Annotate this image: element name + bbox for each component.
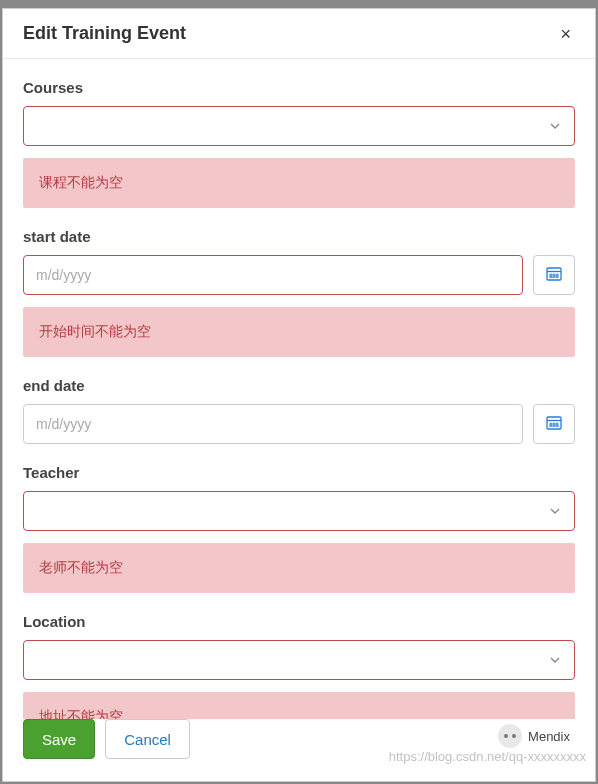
start-date-input[interactable] bbox=[23, 255, 523, 295]
start-date-calendar-button[interactable] bbox=[533, 255, 575, 295]
location-error: 地址不能为空 bbox=[23, 692, 575, 719]
field-location: Location 地址不能为空 bbox=[23, 613, 575, 719]
teacher-select[interactable] bbox=[23, 491, 575, 531]
field-teacher: Teacher 老师不能为空 bbox=[23, 464, 575, 593]
modal-footer: Save Cancel bbox=[3, 719, 595, 781]
end-date-label: end date bbox=[23, 377, 575, 394]
start-date-error: 开始时间不能为空 bbox=[23, 307, 575, 357]
courses-select[interactable] bbox=[23, 106, 575, 146]
calendar-icon bbox=[546, 415, 562, 434]
modal-dialog: Edit Training Event × Courses 课程不能为空 sta… bbox=[2, 8, 596, 782]
field-start-date: start date 开始时间不能为空 bbox=[23, 228, 575, 357]
calendar-icon bbox=[546, 266, 562, 285]
end-date-row bbox=[23, 404, 575, 444]
start-date-row bbox=[23, 255, 575, 295]
field-courses: Courses 课程不能为空 bbox=[23, 79, 575, 208]
start-date-label: start date bbox=[23, 228, 575, 245]
location-select-wrap bbox=[23, 640, 575, 680]
close-button[interactable]: × bbox=[556, 25, 575, 43]
modal-body: Courses 课程不能为空 start date 开始时间不能为空 bbox=[3, 59, 595, 719]
modal-title: Edit Training Event bbox=[23, 23, 186, 44]
end-date-calendar-button[interactable] bbox=[533, 404, 575, 444]
cancel-button[interactable]: Cancel bbox=[105, 719, 190, 759]
location-select[interactable] bbox=[23, 640, 575, 680]
teacher-label: Teacher bbox=[23, 464, 575, 481]
teacher-error: 老师不能为空 bbox=[23, 543, 575, 593]
teacher-select-wrap bbox=[23, 491, 575, 531]
courses-error: 课程不能为空 bbox=[23, 158, 575, 208]
location-label: Location bbox=[23, 613, 575, 630]
courses-label: Courses bbox=[23, 79, 575, 96]
modal-header: Edit Training Event × bbox=[3, 9, 595, 59]
courses-select-wrap bbox=[23, 106, 575, 146]
end-date-input[interactable] bbox=[23, 404, 523, 444]
field-end-date: end date bbox=[23, 377, 575, 444]
save-button[interactable]: Save bbox=[23, 719, 95, 759]
